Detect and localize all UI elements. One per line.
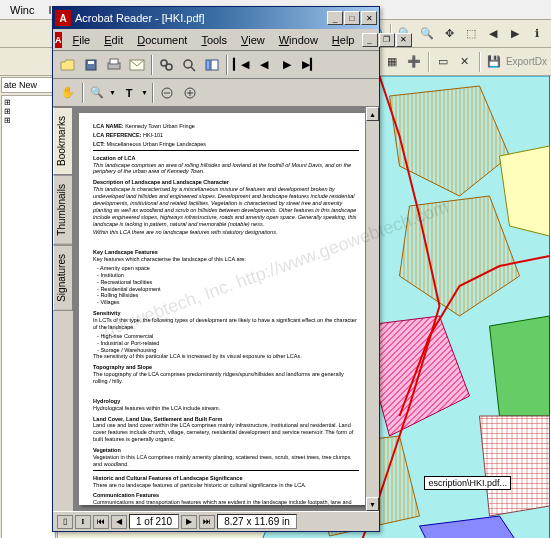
sb-last-page-button[interactable]: ⏭: [199, 515, 215, 529]
content-area: Signatures Thumbnails Bookmarks LCA NAME…: [53, 107, 379, 511]
select-icon[interactable]: ▭: [433, 52, 453, 72]
svg-rect-12: [206, 60, 210, 70]
svg-point-10: [184, 60, 192, 68]
scroll-up-icon[interactable]: ▲: [366, 107, 379, 121]
svg-rect-6: [110, 59, 118, 64]
page-number-text: 1 of 210: [136, 516, 172, 527]
svg-line-11: [191, 67, 195, 71]
menubar: A File Edit Document Tools View Window H…: [53, 29, 379, 51]
first-page-button[interactable]: ▎◀: [230, 54, 252, 76]
single-page-view-button[interactable]: ▯: [57, 515, 73, 529]
zoom-out-button[interactable]: [156, 82, 178, 104]
tab-signatures[interactable]: Signatures: [53, 245, 73, 311]
acrobat-app-icon: A: [55, 10, 71, 26]
titlebar[interactable]: A Acrobat Reader - [HKI.pdf] _ □ ✕: [53, 7, 379, 29]
close-button[interactable]: ✕: [361, 11, 377, 25]
page-number-box[interactable]: 1 of 210: [129, 514, 179, 529]
bg-left-panel: ate New ⊞⊞⊞: [0, 76, 58, 538]
acrobat-window: A Acrobat Reader - [HKI.pdf] _ □ ✕ A Fil…: [52, 6, 380, 532]
doc-close-button[interactable]: ✕: [396, 33, 412, 47]
map-tooltip: escription\HKI.pdf...: [424, 476, 511, 490]
menu-window[interactable]: Window: [272, 32, 325, 48]
scroll-down-icon[interactable]: ▼: [366, 497, 379, 511]
minimize-button[interactable]: _: [327, 11, 343, 25]
sb-first-page-button[interactable]: ⏮: [93, 515, 109, 529]
zoom-dropdown-icon[interactable]: ▼: [109, 89, 117, 96]
toc-panel[interactable]: ⊞⊞⊞: [1, 95, 56, 538]
continuous-view-button[interactable]: ⫿: [75, 515, 91, 529]
next-page-button[interactable]: ▶: [276, 54, 298, 76]
vertical-scrollbar[interactable]: ▲ ▼: [365, 107, 379, 511]
zoom-in-button[interactable]: [179, 82, 201, 104]
toolbar-row-1: ▎◀ ◀ ▶ ▶▎: [53, 51, 379, 79]
zoom-out-icon[interactable]: 🔍: [417, 24, 437, 44]
zoom-extent-icon[interactable]: ⬚: [461, 24, 481, 44]
email-button[interactable]: [126, 54, 148, 76]
sb-next-page-button[interactable]: ▶: [181, 515, 197, 529]
prev-extent-icon[interactable]: ◀: [483, 24, 503, 44]
acrobat-doc-icon[interactable]: A: [55, 32, 62, 48]
create-new-button[interactable]: ate New: [1, 77, 56, 93]
statusbar: ▯ ⫿ ⏮ ◀ 1 of 210 ▶ ⏭ 8.27 x 11.69 in: [53, 511, 379, 531]
menu-edit[interactable]: Edit: [97, 32, 130, 48]
hand-tool-button[interactable]: ✋: [57, 82, 79, 104]
nav-pane-button[interactable]: [201, 54, 223, 76]
menu-view[interactable]: View: [234, 32, 272, 48]
doc-minimize-button[interactable]: _: [362, 33, 378, 47]
svg-point-9: [166, 64, 172, 70]
select-dropdown-icon[interactable]: ▼: [141, 89, 149, 96]
pdf-page: LCA NAME: Kennedy Town Urban Fringe LCA …: [79, 113, 373, 505]
add-data-icon[interactable]: ➕: [404, 52, 424, 72]
menu-file[interactable]: File: [66, 32, 98, 48]
page-size-text: 8.27 x 11.69 in: [224, 516, 290, 527]
prev-page-button[interactable]: ◀: [253, 54, 275, 76]
document-viewport[interactable]: LCA NAME: Kennedy Town Urban Fringe LCA …: [73, 107, 379, 511]
page-size-box: 8.27 x 11.69 in: [217, 514, 297, 529]
find-button[interactable]: [178, 54, 200, 76]
maximize-button[interactable]: □: [344, 11, 360, 25]
toolbar-row-2: ✋ 🔍 ▼ T ▼: [53, 79, 379, 107]
layers-icon[interactable]: ▦: [382, 52, 402, 72]
last-page-button[interactable]: ▶▎: [299, 54, 321, 76]
side-tabs: Signatures Thumbnails Bookmarks: [53, 107, 73, 511]
export-label: ExportDx: [506, 56, 547, 67]
zoom-in-tool-button[interactable]: 🔍: [86, 82, 108, 104]
tab-thumbnails[interactable]: Thumbnails: [53, 175, 73, 245]
export-icon[interactable]: 💾: [484, 52, 504, 72]
open-button[interactable]: [57, 54, 79, 76]
print-button[interactable]: [103, 54, 125, 76]
search-button[interactable]: [155, 54, 177, 76]
save-copy-button[interactable]: [80, 54, 102, 76]
doc-restore-button[interactable]: ❐: [379, 33, 395, 47]
tab-bookmarks[interactable]: Bookmarks: [53, 107, 73, 175]
menu-help[interactable]: Help: [325, 32, 362, 48]
bg-menu-item[interactable]: Winc: [4, 2, 40, 18]
next-extent-icon[interactable]: ▶: [505, 24, 525, 44]
svg-rect-4: [88, 61, 94, 64]
clear-icon[interactable]: ✕: [455, 52, 475, 72]
svg-rect-13: [211, 60, 218, 70]
menu-document[interactable]: Document: [130, 32, 194, 48]
identify-icon[interactable]: ℹ: [527, 24, 547, 44]
text-select-button[interactable]: T: [118, 82, 140, 104]
sb-prev-page-button[interactable]: ◀: [111, 515, 127, 529]
pan-icon[interactable]: ✥: [439, 24, 459, 44]
menu-tools[interactable]: Tools: [194, 32, 234, 48]
window-title: Acrobat Reader - [HKI.pdf]: [75, 12, 327, 24]
